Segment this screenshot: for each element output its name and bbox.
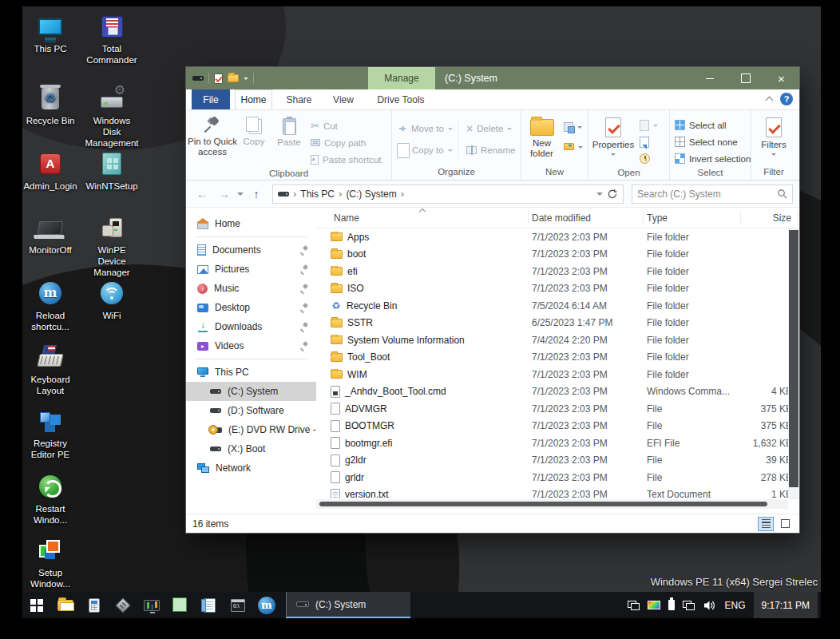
folder-icon[interactable] (228, 74, 239, 82)
help-icon[interactable]: ? (780, 93, 793, 105)
start-button[interactable] (22, 592, 51, 618)
system-monitor-button[interactable] (137, 592, 166, 618)
sidebar-item-network[interactable]: Network (186, 458, 316, 478)
close-button[interactable]: × (763, 67, 799, 89)
desktop-icon-total-commander[interactable]: Total Commander (84, 11, 140, 65)
column-header-date-modified[interactable]: Date modified (529, 211, 644, 225)
search-box[interactable] (632, 185, 793, 204)
table-row[interactable]: Tool_Boot7/1/2023 2:03 PMFile folder (316, 349, 799, 367)
collapse-ribbon-icon[interactable] (766, 97, 774, 105)
easy-access-button[interactable] (561, 138, 586, 155)
search-input[interactable] (637, 189, 777, 200)
invert-selection-button[interactable]: Invert selection (672, 150, 754, 167)
paste-shortcut-button[interactable]: Paste shortcut (307, 151, 385, 168)
command-prompt-button[interactable]: 0:\ (224, 592, 252, 618)
tab-drive-tools[interactable]: Drive Tools (367, 89, 434, 109)
desktop-icon-wifi[interactable]: WiFi (84, 278, 140, 321)
desktop-icon-admin-login[interactable]: A Admin_Login (22, 149, 78, 192)
desktop-icon-monitoroff[interactable]: MonitorOff (22, 212, 78, 256)
table-row[interactable]: _Anhdv_Boot_Tool.cmd7/1/2023 2:03 PMWind… (316, 383, 799, 401)
copy-button[interactable]: Copy (237, 113, 271, 147)
forward-button[interactable]: → (215, 185, 234, 204)
volume-icon[interactable] (703, 599, 717, 612)
desktop-icon-winntsetup[interactable]: WinNTSetup (84, 149, 140, 192)
language-indicator[interactable]: ENG (725, 600, 746, 611)
display-color-tray-icon[interactable] (648, 601, 660, 609)
network-tray-icon[interactable] (628, 601, 640, 610)
up-button[interactable]: ↑ (247, 185, 266, 204)
desktop-icon-reload-shortcuts[interactable]: m Reload shortcu... (22, 278, 78, 332)
desktop-icon-device-manager[interactable]: WinPE Device Manager (84, 212, 140, 278)
new-folder-button[interactable]: New folder (523, 113, 561, 159)
table-row[interactable]: System Volume Information7/4/2024 2:20 P… (316, 331, 799, 349)
refresh-icon[interactable] (607, 189, 618, 200)
desktop-icon-disk-management[interactable]: Windows Disk Management (84, 83, 140, 149)
details-view-button[interactable] (758, 517, 774, 531)
delete-button[interactable]: ×Delete (463, 120, 518, 137)
edit-button[interactable] (636, 133, 661, 150)
table-row[interactable]: BOOTMGR7/1/2023 2:03 PMFile375 KB (316, 418, 799, 435)
cut-button[interactable]: Cut (307, 117, 385, 134)
filters-button[interactable]: Filters (753, 113, 794, 158)
table-row[interactable]: boot7/1/2023 2:03 PMFile folder (316, 246, 799, 264)
table-row[interactable]: version.txt7/1/2023 2:03 PMText Document… (316, 486, 799, 499)
scrollbar-thumb[interactable] (319, 502, 767, 506)
title-bar[interactable]: Manage (C:) System × (186, 67, 799, 89)
pin-to-quick-access-button[interactable]: Pin to Quick access (188, 113, 237, 157)
sidebar-item-drive-e[interactable]: (E:) DVD RW Drive - (186, 420, 316, 439)
history-button[interactable] (636, 150, 661, 167)
column-header-name[interactable]: Name (331, 211, 529, 225)
scrollbar-thumb[interactable] (789, 230, 798, 487)
copy-path-button[interactable]: Copy path (307, 134, 385, 151)
back-button[interactable]: ← (192, 185, 212, 204)
column-header-size[interactable]: Size (741, 211, 798, 225)
table-row[interactable]: bootmgr.efi7/1/2023 2:03 PMEFI File1,632… (316, 435, 799, 452)
address-history-caret-icon[interactable] (596, 192, 603, 199)
rename-button[interactable]: Rename (463, 141, 518, 158)
move-to-button[interactable]: Move to (394, 120, 458, 137)
usb-tray-icon[interactable] (668, 600, 675, 610)
select-none-button[interactable]: Select none (672, 133, 741, 150)
desktop-icon-recycle-bin[interactable]: ♻ Recycle Bin (22, 83, 78, 126)
sidebar-item-documents[interactable]: Documents (186, 240, 316, 260)
table-row[interactable]: WIM7/1/2023 2:03 PMFile folder (316, 366, 799, 383)
tab-home[interactable]: Home (235, 89, 272, 109)
tab-share[interactable]: Share (281, 89, 317, 109)
sidebar-item-desktop[interactable]: Desktop (186, 298, 316, 317)
breadcrumb-c-system[interactable]: (C:) System (346, 189, 396, 200)
sidebar-item-videos[interactable]: ▸Videos (186, 336, 316, 355)
notepad-button[interactable] (195, 592, 224, 618)
properties-icon[interactable] (214, 73, 223, 84)
table-row[interactable]: SSTR6/25/2023 1:47 PMFile folder (316, 315, 799, 332)
properties-button[interactable]: Properties (590, 113, 636, 158)
desktop-icon-keyboard-layout[interactable]: Keyboard Layout (22, 342, 78, 396)
new-item-button[interactable] (561, 118, 586, 135)
select-all-button[interactable]: Select all (672, 117, 730, 133)
manage-contextual-tab[interactable]: Manage (368, 67, 435, 89)
calculator-button[interactable] (80, 592, 109, 618)
keyboard-tester-button[interactable] (109, 592, 137, 618)
file-explorer-button[interactable] (51, 592, 80, 618)
table-row[interactable]: ♻Recycle Bin7/5/2024 6:14 AMFile folder (316, 297, 799, 315)
clock[interactable]: 9:17:11 PM (754, 592, 818, 618)
desktop-icon-registry-editor[interactable]: Registry Editor PE (22, 406, 78, 460)
qat-customize-caret-icon[interactable] (244, 77, 248, 82)
sidebar-item-drive-d[interactable]: (D:) Software (186, 401, 316, 420)
sidebar-item-pictures[interactable]: Pictures (186, 260, 316, 279)
minimize-button[interactable] (691, 67, 727, 89)
sidebar-item-drive-x[interactable]: (X:) Boot (186, 439, 316, 458)
sticky-notes-button[interactable] (166, 592, 195, 618)
breadcrumb-this-pc[interactable]: This PC (300, 189, 335, 200)
strelec-menu-button[interactable]: m (252, 592, 281, 618)
vertical-scrollbar[interactable] (788, 228, 799, 499)
task-button-c-system[interactable]: (C:) System (286, 592, 410, 618)
recent-locations-caret-icon[interactable] (237, 192, 244, 199)
sidebar-item-downloads[interactable]: ↓Downloads (186, 317, 316, 336)
horizontal-scrollbar[interactable] (316, 499, 788, 509)
table-row[interactable]: grldr7/1/2023 2:03 PMFile278 KB (316, 469, 799, 486)
table-row[interactable]: ISO7/1/2023 2:03 PMFile folder (316, 280, 799, 298)
paste-button[interactable]: Paste (271, 113, 307, 148)
open-button[interactable] (636, 117, 661, 133)
pc-tray-icon[interactable] (683, 601, 695, 610)
sidebar-item-music[interactable]: ♪Music (186, 279, 316, 298)
